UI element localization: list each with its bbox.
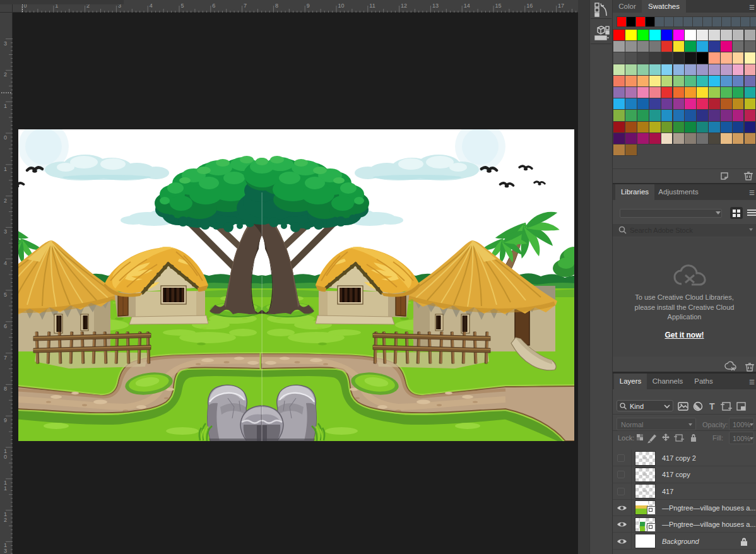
svg-text:2: 2 — [4, 71, 7, 78]
svg-text:5: 5 — [4, 292, 7, 298]
svg-text:8: 8 — [4, 386, 7, 392]
svg-text:6: 6 — [4, 323, 7, 329]
svg-text:1: 1 — [4, 166, 7, 172]
svg-text:7: 7 — [4, 355, 7, 361]
svg-text:13: 13 — [432, 3, 439, 9]
svg-text:9: 9 — [307, 3, 310, 9]
svg-text:0: 0 — [4, 454, 7, 460]
svg-text:5: 5 — [181, 3, 184, 9]
svg-text:3: 3 — [4, 228, 7, 235]
svg-text:6: 6 — [212, 3, 215, 9]
svg-text:2: 2 — [4, 517, 7, 523]
svg-text:T: T — [709, 401, 715, 411]
svg-text:17: 17 — [558, 3, 564, 9]
svg-text:14: 14 — [464, 3, 470, 9]
svg-text:10: 10 — [338, 3, 345, 9]
svg-text:16: 16 — [526, 3, 533, 9]
svg-text:8: 8 — [275, 3, 278, 9]
svg-text:9: 9 — [4, 417, 7, 423]
svg-text:4: 4 — [4, 260, 7, 266]
svg-text:1: 1 — [4, 485, 7, 492]
svg-text:11: 11 — [369, 3, 375, 9]
svg-text:2: 2 — [4, 197, 7, 204]
svg-text:0: 0 — [4, 134, 7, 141]
svg-text:3: 3 — [4, 40, 7, 47]
svg-text:15: 15 — [495, 3, 502, 9]
svg-text:1: 1 — [4, 103, 7, 109]
svg-text:7: 7 — [244, 3, 247, 9]
svg-text:4: 4 — [150, 3, 153, 9]
svg-text:3: 3 — [4, 548, 7, 554]
svg-text:12: 12 — [401, 3, 407, 9]
